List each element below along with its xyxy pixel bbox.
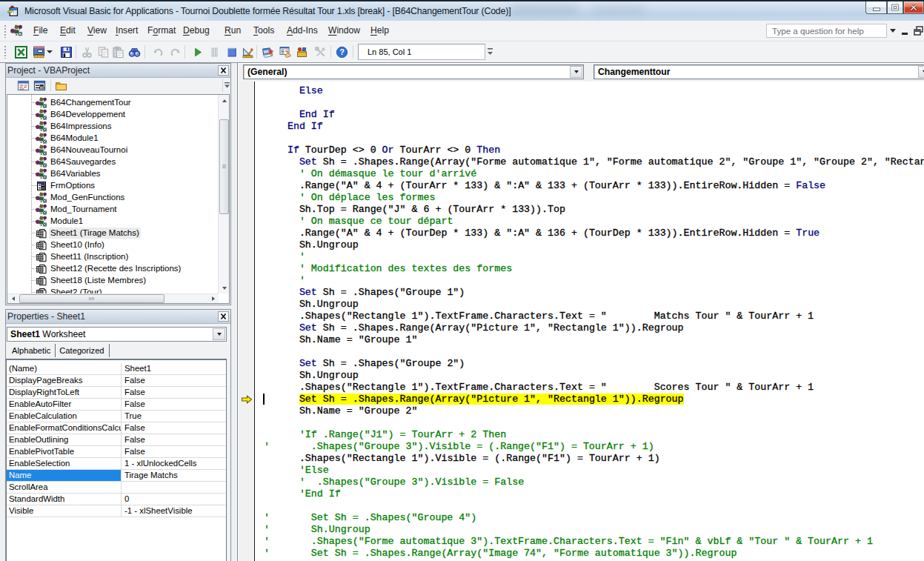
undo-button[interactable] xyxy=(150,44,166,60)
menu-format[interactable]: Format xyxy=(147,21,176,42)
menu-view[interactable]: View xyxy=(87,21,107,42)
tree-item-b64impressions[interactable]: B64Impressions xyxy=(7,121,229,133)
property-row-scrollarea[interactable]: ScrollArea xyxy=(7,482,226,494)
reset-button[interactable] xyxy=(223,44,239,60)
sheet-icon xyxy=(36,239,47,251)
scrollbar-thumb[interactable] xyxy=(219,119,229,214)
break-button[interactable] xyxy=(206,44,222,60)
object-selector-combobox[interactable]: Sheet1 Worksheet xyxy=(7,327,227,342)
property-row-visible[interactable]: Visible-1 - xlSheetVisible xyxy=(7,505,226,517)
property-row-enableautofilter[interactable]: EnableAutoFilterFalse xyxy=(7,399,226,411)
scrollbar-thumb[interactable] xyxy=(19,294,164,303)
run-button[interactable] xyxy=(189,44,205,60)
properties-panel-close-icon[interactable] xyxy=(218,311,229,322)
property-row-enableselection[interactable]: EnableSelection1 - xlUnlockedCells xyxy=(7,458,226,470)
property-row-enablepivottable[interactable]: EnablePivotTableFalse xyxy=(7,446,226,458)
view-object-icon[interactable] xyxy=(33,79,46,92)
redo-button[interactable] xyxy=(167,44,183,60)
find-button[interactable] xyxy=(126,44,142,60)
tree-item-sheet1-tirage-matchs[interactable]: Sheet1 (Tirage Matchs) xyxy=(7,228,229,239)
properties-panel-header[interactable]: Properties - Sheet1 xyxy=(6,310,230,324)
tree-item-b64changementtour[interactable]: B64ChangementTour xyxy=(7,97,229,109)
tree-item-sheet10-info[interactable]: Sheet10 (Info) xyxy=(7,239,229,251)
project-panel-header[interactable]: Project - VBAProject xyxy=(6,64,230,78)
menu-run[interactable]: Run xyxy=(225,21,241,42)
glass-reflection xyxy=(593,6,645,15)
tab-alphabetic[interactable]: Alphabetic xyxy=(11,344,56,357)
property-row-name[interactable]: (Name)Sheet1 xyxy=(7,363,226,375)
cut-button[interactable] xyxy=(79,44,95,60)
tree-item-mod-tournament[interactable]: Mod_Tournament xyxy=(7,204,229,216)
scroll-up-button[interactable] xyxy=(219,96,229,105)
project-panel-close-icon[interactable] xyxy=(218,65,229,76)
menu-help[interactable]: Help xyxy=(370,21,389,42)
minimize-button[interactable] xyxy=(865,1,887,14)
maximize-button[interactable] xyxy=(887,1,903,14)
view-microsoft-excel-button[interactable] xyxy=(13,44,29,60)
tree-item-sheet11-inscription[interactable]: Sheet11 (Inscription) xyxy=(7,251,229,263)
menu-edit[interactable]: Edit xyxy=(60,21,76,42)
procedure-dropdown-icon[interactable] xyxy=(918,66,924,78)
tab-categorized[interactable]: Categorized xyxy=(56,344,109,357)
object-dropdown[interactable]: (General) xyxy=(243,64,584,79)
toolbar-drag-grip[interactable] xyxy=(4,45,7,59)
tree-item-frmoptions[interactable]: FrmOptions xyxy=(7,180,229,192)
tree-item-sheet12-recette-des-inscriptions[interactable]: Sheet12 (Recette des Inscriptions) xyxy=(7,263,229,275)
property-row-displaypagebreaks[interactable]: DisplayPageBreaksFalse xyxy=(7,375,226,387)
project-toolbar-options[interactable] xyxy=(222,79,230,93)
tree-item-b64variables[interactable]: B64Variables xyxy=(7,168,229,180)
tree-item-module1[interactable]: Module1 xyxy=(7,216,229,228)
property-row-enablecalculation[interactable]: EnableCalculationTrue xyxy=(7,411,226,422)
view-code-icon[interactable] xyxy=(17,79,30,92)
tree-item-b64sauvegardes[interactable]: B64Sauvegardes xyxy=(7,156,229,168)
svg-text:?: ? xyxy=(339,47,345,56)
copy-button[interactable] xyxy=(95,44,111,60)
object-selector-dropdown-icon[interactable] xyxy=(213,328,225,340)
menu-debug[interactable]: Debug xyxy=(183,21,210,42)
property-name: DisplayRightToLeft xyxy=(7,387,122,398)
procedure-dropdown[interactable]: Changementtour xyxy=(594,64,924,79)
menu-addins[interactable]: Add-Ins xyxy=(287,21,318,42)
toolbar-separator xyxy=(50,79,51,91)
paste-button[interactable] xyxy=(110,44,126,60)
tree-item-b64nouveautournoi[interactable]: B64NouveauTournoi xyxy=(7,145,229,156)
help-search-dropdown-icon[interactable] xyxy=(890,29,896,33)
help-button[interactable]: ? xyxy=(333,44,350,60)
save-button[interactable] xyxy=(58,44,74,60)
property-row-enableformatconditionscalcula[interactable]: EnableFormatConditionsCalculaFalse xyxy=(7,422,226,434)
toolbox-button[interactable] xyxy=(312,44,328,60)
property-name: EnableCalculation xyxy=(7,411,122,422)
properties-window-button[interactable] xyxy=(276,44,293,60)
property-row-enableoutlining[interactable]: EnableOutliningFalse xyxy=(7,434,226,446)
menu-tools[interactable]: Tools xyxy=(253,21,274,42)
design-mode-button[interactable] xyxy=(239,44,256,60)
scroll-down-button[interactable] xyxy=(219,283,229,293)
project-tree-vertical-scrollbar[interactable] xyxy=(218,95,229,293)
mdi-minimize-button[interactable] xyxy=(901,25,910,36)
property-row-displayrighttoleft[interactable]: DisplayRightToLeftFalse xyxy=(7,387,226,399)
project-explorer-button[interactable] xyxy=(259,44,276,60)
menu-insert[interactable]: Insert xyxy=(116,21,138,42)
project-tree-horizontal-scrollbar[interactable] xyxy=(7,293,219,303)
object-dropdown-icon[interactable] xyxy=(570,66,582,78)
menu-window[interactable]: Window xyxy=(328,21,360,42)
tree-item-b64developpement[interactable]: B64Developpement xyxy=(7,109,229,121)
insert-userform-button[interactable] xyxy=(30,44,47,60)
tree-item-b64module1[interactable]: B64Module1 xyxy=(7,133,229,145)
scroll-right-button[interactable] xyxy=(208,294,218,303)
tree-item-sheet18-liste-membres[interactable]: Sheet18 (Liste Membres) xyxy=(7,275,229,287)
property-row-name[interactable]: NameTirage Matchs xyxy=(7,470,226,482)
menu-file[interactable]: File xyxy=(33,21,48,42)
toggle-folders-icon[interactable] xyxy=(55,79,67,92)
property-row-standardwidth[interactable]: StandardWidth0 xyxy=(7,494,226,505)
mdi-restore-button[interactable] xyxy=(914,25,923,36)
help-search-input[interactable]: Type a question for help xyxy=(766,24,887,38)
insert-userform-dropdown-icon[interactable] xyxy=(45,44,54,60)
scroll-left-button[interactable] xyxy=(8,294,18,303)
code-editor[interactable]: Else End If End If If TourDep <> 0 Or To… xyxy=(239,82,924,561)
menubar-drag-grip[interactable] xyxy=(4,24,7,38)
object-browser-button[interactable] xyxy=(293,44,310,60)
tree-item-mod-genfunctions[interactable]: Mod_GenFunctions xyxy=(7,192,229,204)
close-button[interactable] xyxy=(903,1,924,14)
toolbar-options-icon[interactable] xyxy=(487,47,494,56)
